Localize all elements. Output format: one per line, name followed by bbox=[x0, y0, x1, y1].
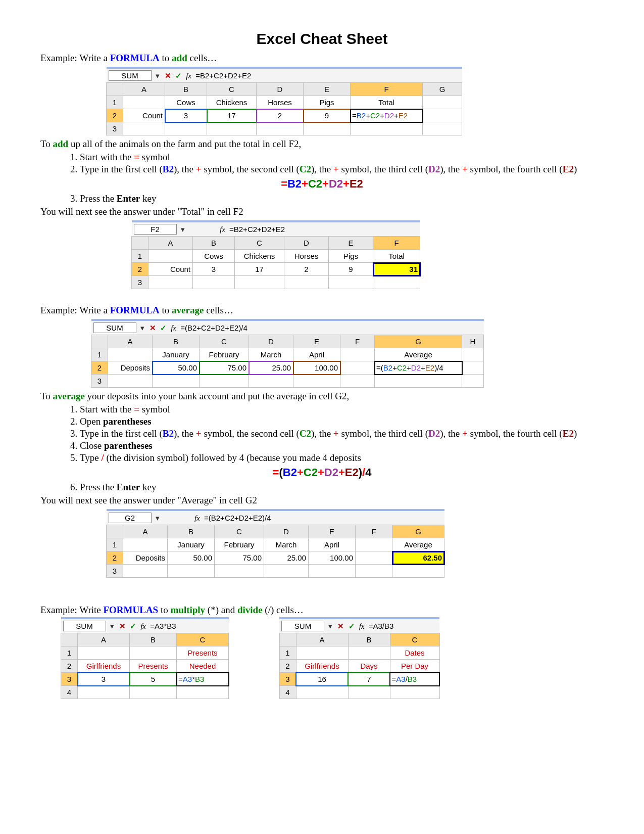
fx-icon[interactable]: fx bbox=[194, 514, 200, 522]
active-cell[interactable]: =B2+C2+D2+E2 bbox=[351, 109, 423, 122]
excel-shot-divide: SUM ▾ ✕ ✓ fx =A3/B3 A B C 1 Dates 2 Girl… bbox=[279, 617, 440, 699]
col-header[interactable]: A bbox=[123, 83, 165, 96]
col-header[interactable]: E bbox=[304, 83, 351, 96]
excel-shot-avg-result: G2 ▾ fx =(B2+C2+D2+E2)/4 A B C D E F G 1… bbox=[106, 509, 604, 578]
confirm-icon[interactable]: ✓ bbox=[175, 71, 182, 80]
dropdown-icon[interactable]: ▾ bbox=[154, 71, 162, 80]
col-header[interactable]: F bbox=[351, 83, 423, 96]
excel-shot-multiply: SUM ▾ ✕ ✓ fx =A3*B3 A B C 1 Presents 2 G… bbox=[61, 617, 229, 699]
add-steps: Start with the = symbol Type in the firs… bbox=[40, 151, 604, 175]
dropdown-icon[interactable]: ▾ bbox=[138, 323, 146, 333]
cell[interactable]: Total bbox=[351, 96, 423, 109]
avg-result-line: You will next see the answer under "Aver… bbox=[40, 495, 604, 506]
excel-shot-avg-edit: SUM ▾ ✕ ✓ fx =(B2+C2+D2+E2)/4 A B C D E … bbox=[91, 319, 604, 388]
cancel-icon[interactable]: ✕ bbox=[337, 622, 344, 630]
example3-intro: Example: Write FORMULAS to multiply (*) … bbox=[40, 605, 604, 616]
dropdown-icon[interactable]: ▾ bbox=[108, 622, 116, 631]
cell[interactable]: 17 bbox=[207, 109, 257, 122]
formula-display-add: =B2+C2+D2+E2 bbox=[40, 177, 604, 191]
name-box[interactable]: SUM bbox=[109, 70, 152, 81]
dropdown-icon[interactable]: ▾ bbox=[179, 225, 187, 234]
cell[interactable]: 9 bbox=[304, 109, 351, 122]
col-header[interactable]: C bbox=[207, 83, 257, 96]
active-cell[interactable]: =A3/B3 bbox=[390, 673, 439, 686]
fx-icon[interactable]: fx bbox=[140, 622, 146, 630]
confirm-icon[interactable]: ✓ bbox=[160, 323, 167, 332]
cell[interactable]: Cows bbox=[165, 96, 207, 109]
cell[interactable]: Horses bbox=[257, 96, 304, 109]
example1-intro: Example: Write a FORMULA to add cells… bbox=[40, 53, 604, 64]
avg-steps: Start with the = symbol Open parentheses… bbox=[40, 403, 604, 464]
active-cell[interactable]: =(B2+C2+D2+E2)/4 bbox=[375, 361, 462, 375]
col-header[interactable]: D bbox=[257, 83, 304, 96]
confirm-icon[interactable]: ✓ bbox=[349, 622, 355, 630]
formula-bar-text[interactable]: =B2+C2+D2+E2 bbox=[195, 71, 251, 80]
result-cell[interactable]: 62.50 bbox=[392, 551, 444, 565]
fx-icon[interactable]: fx bbox=[220, 225, 225, 234]
example2-intro: Example: Write a FORMULA to average cell… bbox=[40, 305, 604, 316]
formula-display-avg: =(B2+C2+D2+E2)/4 bbox=[40, 466, 604, 479]
row-header[interactable]: 1 bbox=[107, 96, 123, 109]
name-box[interactable]: F2 bbox=[134, 224, 177, 235]
avg-expl: To average your deposits into your bank … bbox=[40, 391, 604, 402]
cell[interactable]: 3 bbox=[165, 109, 207, 122]
dropdown-icon[interactable]: ▾ bbox=[154, 514, 162, 523]
add-expl: To add up all of the animals on the farm… bbox=[40, 138, 604, 150]
add-result-line: You will next see the answer under "Tota… bbox=[40, 206, 604, 217]
cell[interactable]: 2 bbox=[257, 109, 304, 122]
fx-icon[interactable]: fx bbox=[171, 324, 176, 332]
row-header[interactable]: 3 bbox=[107, 122, 123, 135]
col-header[interactable]: G bbox=[423, 83, 462, 96]
add-steps-cont: Press the Enter key bbox=[40, 193, 604, 205]
page-title: Excel Cheat Sheet bbox=[40, 30, 604, 48]
confirm-icon[interactable]: ✓ bbox=[130, 622, 136, 630]
cell[interactable]: Chickens bbox=[207, 96, 257, 109]
fx-icon[interactable]: fx bbox=[186, 72, 191, 80]
formula-bar-text[interactable]: =B2+C2+D2+E2 bbox=[229, 225, 285, 234]
cancel-icon[interactable]: ✕ bbox=[119, 622, 126, 630]
avg-steps-cont: Press the Enter key bbox=[40, 481, 604, 493]
excel-shot-add-result: F2 ▾ fx =B2+C2+D2+E2 A B C D E F 1 Cows … bbox=[131, 220, 604, 289]
col-header[interactable]: B bbox=[165, 83, 207, 96]
cell[interactable]: Count bbox=[123, 109, 165, 122]
excel-shot-add-edit: SUM ▾ ✕ ✓ fx =B2+C2+D2+E2 A B C D E F G … bbox=[106, 67, 604, 135]
active-cell[interactable]: =A3*B3 bbox=[177, 673, 229, 686]
cancel-icon[interactable]: ✕ bbox=[150, 323, 156, 332]
cell[interactable] bbox=[123, 96, 165, 109]
fx-icon[interactable]: fx bbox=[359, 622, 365, 630]
result-cell[interactable]: 31 bbox=[373, 263, 420, 276]
row-header[interactable]: 2 bbox=[107, 109, 123, 122]
dropdown-icon[interactable]: ▾ bbox=[326, 622, 334, 631]
cell[interactable]: Pigs bbox=[304, 96, 351, 109]
cell[interactable] bbox=[423, 96, 462, 109]
cell[interactable] bbox=[423, 109, 462, 122]
cancel-icon[interactable]: ✕ bbox=[165, 71, 171, 80]
